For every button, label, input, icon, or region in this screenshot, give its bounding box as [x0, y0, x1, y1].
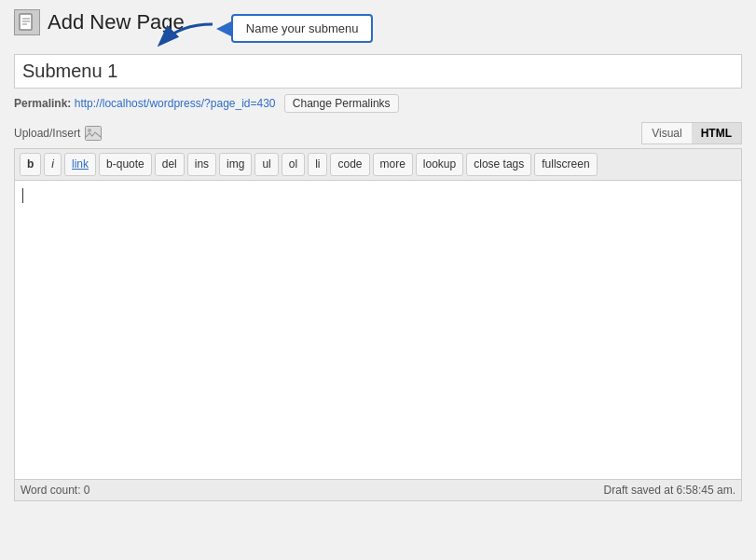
toolbar-btn-more[interactable]: more: [373, 153, 413, 176]
svg-rect-5: [86, 127, 102, 141]
permalink-url[interactable]: http://localhost/wordpress/?page_id=430: [75, 97, 276, 110]
toolbar-btn-ins[interactable]: ins: [187, 153, 216, 176]
page-header: Add New Page Name your submenu: [14, 9, 742, 43]
toolbar-btn-i[interactable]: i: [44, 153, 62, 176]
word-count-label: Word count:: [21, 484, 80, 497]
toolbar-btn-link[interactable]: link: [64, 153, 96, 176]
upload-insert-area: Upload/Insert: [14, 126, 102, 141]
html-tab[interactable]: HTML: [692, 123, 741, 143]
toolbar-btn-code[interactable]: code: [330, 153, 369, 176]
permalink-row: Permalink: http://localhost/wordpress/?p…: [14, 94, 742, 113]
callout-bubble: Name your submenu: [231, 14, 374, 43]
change-permalinks-button[interactable]: Change Permalinks: [284, 94, 399, 113]
editor-toolbar: bilinkb-quotedelinsimgulollicodemorelook…: [15, 149, 741, 181]
callout-text: Name your submenu: [246, 21, 359, 35]
editor-content-area[interactable]: [15, 181, 741, 479]
toolbar-btn-ul[interactable]: ul: [254, 153, 278, 176]
visual-tab[interactable]: Visual: [642, 123, 691, 143]
callout-arrow-icon: [152, 20, 217, 52]
toolbar-btn-b[interactable]: b: [20, 153, 41, 176]
editor-footer: Word count: 0 Draft saved at 6:58:45 am.: [15, 479, 741, 500]
upload-icon[interactable]: [85, 126, 102, 141]
toolbar-btn-li[interactable]: li: [308, 153, 327, 176]
editor-container: bilinkb-quotedelinsimgulollicodemorelook…: [14, 148, 742, 501]
page-icon: [14, 9, 40, 35]
cursor: [22, 188, 23, 203]
svg-point-6: [88, 129, 91, 132]
toolbar-btn-lookup[interactable]: lookup: [416, 153, 463, 176]
toolbar-btn-ol[interactable]: ol: [282, 153, 305, 176]
toolbar-btn-fullscreen[interactable]: fullscreen: [534, 153, 597, 176]
word-count-area: Word count: 0: [21, 484, 90, 497]
upload-insert-row: Upload/Insert Visual HTML: [14, 122, 742, 144]
toolbar-btn-img[interactable]: img: [219, 153, 252, 176]
upload-insert-label: Upload/Insert: [14, 127, 80, 140]
permalink-label: Permalink:: [14, 97, 71, 110]
page-wrapper: Add New Page Name your submenu Permalink…: [0, 0, 756, 560]
toolbar-btn-del[interactable]: del: [155, 153, 185, 176]
toolbar-btn-b-quote[interactable]: b-quote: [99, 153, 152, 176]
title-input-row: [14, 54, 742, 89]
word-count-value: 0: [84, 484, 90, 497]
page-title-input[interactable]: [14, 54, 742, 89]
toolbar-btn-close-tags[interactable]: close tags: [466, 153, 531, 176]
draft-status: Draft saved at 6:58:45 am.: [604, 484, 735, 497]
view-toggle: Visual HTML: [641, 122, 742, 144]
